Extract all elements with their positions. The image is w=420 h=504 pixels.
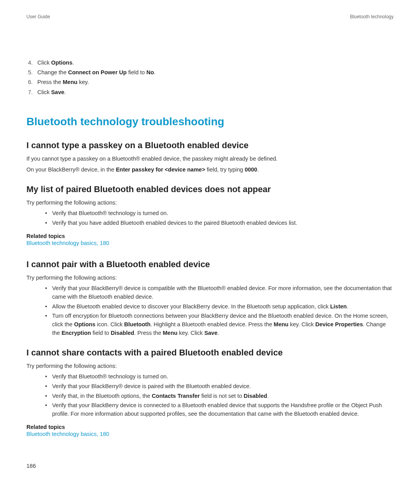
step-text: Change the Connect on Power Up field to … (37, 68, 156, 77)
body-text: On your BlackBerry® device, in the Enter… (26, 165, 394, 174)
list-item: Verify that, in the Bluetooth options, t… (26, 392, 394, 401)
list-item: Turn off encryption for Bluetooth connec… (26, 312, 394, 337)
list-item: Verify that Bluetooth® technology is tur… (26, 373, 394, 381)
list-item: Allow the Bluetooth enabled device to di… (26, 303, 394, 311)
subsection-paired-list-title: My list of paired Bluetooth enabled devi… (26, 184, 394, 194)
related-link[interactable]: Bluetooth technology basics, 180 (26, 240, 109, 246)
section-title: Bluetooth technology troubleshooting (26, 116, 394, 128)
body-text: Try performing the following actions: (26, 198, 394, 207)
page-header: User Guide Bluetooth technology (26, 14, 394, 19)
step-text: Click Save. (37, 88, 66, 97)
bullet-list: Verify that Bluetooth® technology is tur… (26, 209, 394, 228)
step-number: 5. (26, 68, 37, 77)
related-topics-heading: Related topics (26, 233, 394, 239)
body-text: If you cannot type a passkey on a Blueto… (26, 154, 394, 163)
step-number: 7. (26, 88, 37, 97)
page-number: 186 (26, 463, 36, 469)
header-left: User Guide (26, 14, 50, 19)
subsection-cannot-pair-title: I cannot pair with a Bluetooth enabled d… (26, 259, 394, 270)
subsection-passkey-title: I cannot type a passkey on a Bluetooth e… (26, 140, 394, 150)
list-item: Verify that your BlackBerry® device is p… (26, 382, 394, 391)
list-item: Verify that your BlackBerry device is co… (26, 401, 394, 418)
body-text: Try performing the following actions: (26, 273, 394, 282)
step-number: 4. (26, 58, 37, 67)
list-item: Verify that your BlackBerry® device is c… (26, 284, 394, 301)
list-item: Verify that Bluetooth® technology is tur… (26, 209, 394, 218)
step-5: 5. Change the Connect on Power Up field … (26, 68, 394, 77)
subsection-share-contacts-title: I cannot share contacts with a paired Bl… (26, 348, 394, 358)
step-4: 4. Click Options. (26, 58, 394, 67)
step-7: 7. Click Save. (26, 88, 394, 97)
header-right: Bluetooth technology (350, 14, 394, 19)
bullet-list: Verify that Bluetooth® technology is tur… (26, 373, 394, 418)
step-text: Click Options. (37, 58, 74, 67)
list-item: Verify that you have added Bluetooth ena… (26, 219, 394, 228)
related-link[interactable]: Bluetooth technology basics, 180 (26, 431, 109, 437)
step-text: Press the Menu key. (37, 78, 89, 87)
related-topics-heading: Related topics (26, 424, 394, 430)
body-text: Try performing the following actions: (26, 362, 394, 370)
step-number: 6. (26, 78, 37, 87)
step-6: 6. Press the Menu key. (26, 78, 394, 87)
steps-list: 4. Click Options. 5. Change the Connect … (26, 58, 394, 97)
bullet-list: Verify that your BlackBerry® device is c… (26, 284, 394, 338)
